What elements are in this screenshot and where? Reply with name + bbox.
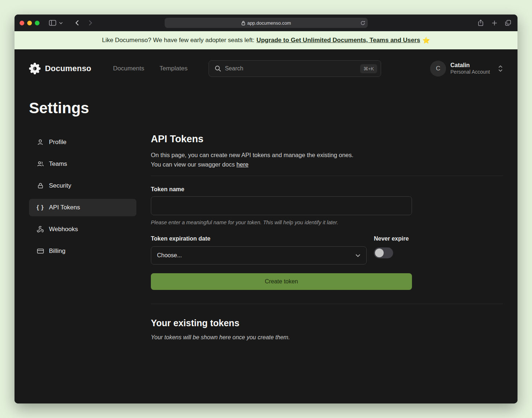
sidebar-item-label: Profile xyxy=(49,139,66,146)
sidebar-menu-chevron-icon[interactable] xyxy=(58,18,64,28)
avatar: C xyxy=(430,61,446,77)
braces-icon: { } xyxy=(36,204,44,211)
swagger-docs-link[interactable]: here xyxy=(236,161,248,168)
zoom-window-button[interactable] xyxy=(35,21,40,25)
new-tab-icon[interactable] xyxy=(489,18,499,28)
divider xyxy=(151,176,503,176)
webhook-icon xyxy=(36,226,44,233)
user-icon xyxy=(36,139,44,146)
sidebar-item-label: Security xyxy=(49,182,71,189)
token-name-hint: Please enter a meaningful name for your … xyxy=(151,220,503,225)
panel-title: API Tokens xyxy=(151,134,503,145)
never-expire-label: Never expire xyxy=(374,235,409,242)
search-input[interactable] xyxy=(225,65,356,72)
tab-overview-icon[interactable] xyxy=(503,18,513,28)
sidebar-item-security[interactable]: Security xyxy=(29,177,136,194)
sidebar-item-label: Teams xyxy=(49,160,67,168)
sidebar-item-teams[interactable]: Teams xyxy=(29,155,136,173)
sidebar-item-profile[interactable]: Profile xyxy=(29,134,136,151)
account-menu[interactable]: C Catalin Personal Account xyxy=(430,61,503,77)
promo-banner: Like Documenso? We have few early adopte… xyxy=(15,31,517,49)
search-box[interactable]: ⌘+K xyxy=(209,60,381,77)
expiration-label: Token expiration date xyxy=(151,235,374,242)
credit-card-icon xyxy=(36,247,44,255)
create-token-button[interactable]: Create token xyxy=(151,273,412,290)
sidebar-item-label: API Tokens xyxy=(49,204,80,211)
account-selector-icon xyxy=(498,65,503,72)
account-text: Catalin Personal Account xyxy=(450,62,490,75)
documenso-logo-icon xyxy=(29,63,41,74)
expiration-select-value: Choose... xyxy=(157,252,182,259)
token-name-label: Token name xyxy=(151,186,503,193)
sidebar-item-label: Webhooks xyxy=(49,226,78,233)
expiration-row: Token expiration date Choose... Never ex… xyxy=(151,235,503,265)
back-button[interactable] xyxy=(72,18,82,28)
address-bar[interactable]: app.documenso.com xyxy=(165,18,368,28)
chevron-down-icon xyxy=(355,254,360,257)
reload-icon[interactable] xyxy=(360,21,365,25)
promo-text: Like Documenso? We have few early adopte… xyxy=(102,37,254,44)
panel-description: On this page, you can create new API tok… xyxy=(151,151,503,169)
nav-documents[interactable]: Documents xyxy=(113,65,144,72)
top-nav: Documents Templates xyxy=(113,65,187,72)
forward-button[interactable] xyxy=(85,18,95,28)
lock-icon xyxy=(36,182,44,189)
app-header: Documenso Documents Templates ⌘+K C Cata… xyxy=(29,49,503,88)
existing-tokens-hint: Your tokens will be shown here once you … xyxy=(151,334,503,341)
sidebar-item-label: Billing xyxy=(49,247,65,255)
upgrade-link[interactable]: Upgrade to Get Unlimited Documents, Team… xyxy=(256,37,420,44)
nav-templates[interactable]: Templates xyxy=(160,65,187,72)
traffic-lights xyxy=(20,21,40,25)
description-line-2: You can view our swagger docs xyxy=(151,161,235,168)
sidebar-item-billing[interactable]: Billing xyxy=(29,242,136,260)
toolbar-right-actions xyxy=(475,15,513,31)
toggle-knob xyxy=(375,249,384,257)
sidebar-toggle-icon[interactable] xyxy=(48,18,58,28)
account-name: Catalin xyxy=(450,62,490,69)
search-icon xyxy=(215,65,221,72)
star-emoji: ⭐ xyxy=(422,37,430,44)
browser-toolbar: app.documenso.com xyxy=(15,15,517,31)
tls-lock-icon xyxy=(242,21,245,25)
browser-window: app.documenso.com xyxy=(15,15,517,403)
users-icon xyxy=(36,160,44,168)
brand[interactable]: Documenso xyxy=(29,63,91,74)
minimize-window-button[interactable] xyxy=(27,21,32,25)
page-title: Settings xyxy=(29,99,503,117)
existing-tokens-title: Your existing tokens xyxy=(151,318,503,328)
never-expire-toggle[interactable] xyxy=(374,247,393,258)
never-expire-column: Never expire xyxy=(374,235,409,265)
expiration-select[interactable]: Choose... xyxy=(151,246,367,265)
share-icon[interactable] xyxy=(475,18,486,28)
api-tokens-panel: API Tokens On this page, you can create … xyxy=(151,134,503,341)
brand-name: Documenso xyxy=(45,64,91,73)
url-text: app.documenso.com xyxy=(247,20,291,26)
token-name-input[interactable] xyxy=(151,196,412,215)
app-content: Documenso Documents Templates ⌘+K C Cata… xyxy=(15,49,517,403)
divider xyxy=(151,304,503,304)
settings-nav: Profile Teams xyxy=(29,134,136,341)
sidebar-item-api-tokens[interactable]: { } API Tokens xyxy=(29,199,136,216)
expiration-column: Token expiration date Choose... xyxy=(151,235,374,265)
search-shortcut-badge: ⌘+K xyxy=(360,64,377,73)
description-line-1: On this page, you can create new API tok… xyxy=(151,152,354,158)
sidebar-item-webhooks[interactable]: Webhooks xyxy=(29,221,136,238)
account-type: Personal Account xyxy=(450,69,490,75)
close-window-button[interactable] xyxy=(20,21,24,25)
